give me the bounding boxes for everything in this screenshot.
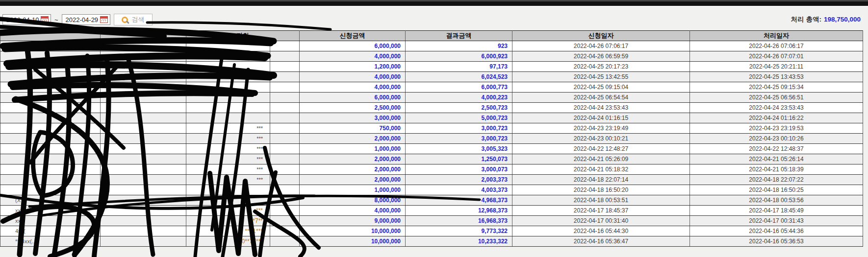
table-row: 2,500,000 2,500,723 2022-04-24 23:53:43 … — [0, 103, 863, 113]
result-amount-cell: 10,233,322 — [406, 236, 512, 247]
phone-extra-cell — [270, 164, 300, 175]
process-date-cell: 2022-04-25 09:15:34 — [690, 82, 863, 93]
phone-extra-cell — [270, 206, 300, 216]
phone-extra-cell — [270, 113, 300, 123]
header-redacted-2 — [101, 31, 186, 41]
process-date-cell: 2022-04-21 05:18:39 — [690, 164, 863, 175]
request-date-cell: 2022-04-24 01:16:15 — [512, 113, 690, 123]
table-row: 4,000,000 6,024,523 2022-04-25 13:42:55 … — [0, 72, 863, 82]
redacted-cell-1: xx( — [0, 216, 101, 226]
table-header-row: 전화 신청금액 결과금액 신청일자 처리일자 — [0, 31, 863, 41]
search-button[interactable]: 검색 — [114, 14, 153, 25]
phone-extra-cell — [270, 185, 300, 195]
table-body: 6,000,000 923 2022-04-26 07:06:17 2022-0… — [0, 41, 863, 247]
result-amount-cell: 9,773,322 — [406, 226, 512, 236]
calendar-icon[interactable] — [100, 16, 108, 23]
process-date-cell: 2022-04-18 22:07:22 — [690, 175, 863, 185]
phone-cell: *** — [186, 206, 270, 216]
result-amount-cell: 3,005,323 — [406, 144, 512, 154]
redacted-cell-1 — [0, 93, 101, 103]
date-to-value: 2022-04-29 — [66, 16, 99, 23]
redacted-cell-2 — [101, 154, 186, 164]
redacted-cell-2 — [101, 41, 186, 51]
request-date-cell: 2022-04-23 23:19:49 — [512, 123, 690, 134]
phone-cell — [186, 41, 270, 51]
redacted-cell-1 — [0, 103, 101, 113]
redacted-cell-2 — [101, 195, 186, 206]
phone-cell — [186, 103, 270, 113]
table-row: ***4xx(...) 0**77*** 10,000,000 10,233,3… — [0, 236, 863, 247]
redacted-cell-1 — [0, 82, 101, 93]
redacted-cell-1 — [0, 51, 101, 62]
request-amount-cell: 4,000,000 — [300, 82, 406, 93]
redacted-cell-2 — [101, 226, 186, 236]
phone-extra-cell — [270, 123, 300, 134]
redacted-cell-1 — [0, 144, 101, 154]
search-button-label: 검색 — [132, 15, 145, 24]
phone-extra-cell — [270, 195, 300, 206]
request-date-cell: 2022-04-24 23:53:43 — [512, 103, 690, 113]
request-amount-cell: 4,000,000 — [300, 72, 406, 82]
processed-total: 처리 총액:198,750,000 — [791, 15, 861, 24]
phone-extra-cell — [270, 41, 300, 51]
process-date-cell: 2022-04-23 00:10:26 — [690, 134, 863, 144]
request-amount-cell: 6,000,000 — [300, 41, 406, 51]
table-row: 1,200,000 97,173 2022-04-25 20:17:23 202… — [0, 62, 863, 72]
process-date-cell: 2022-04-22 12:48:37 — [690, 144, 863, 154]
redacted-cell-1 — [0, 62, 101, 72]
request-date-cell: 2022-04-26 06:59:59 — [512, 51, 690, 62]
phone-cell: *** — [186, 154, 270, 164]
date-from-value: 2022-04-10 — [6, 16, 39, 23]
process-date-cell: 2022-04-23 23:19:53 — [690, 123, 863, 134]
request-date-cell: 2022-04-25 09:15:04 — [512, 82, 690, 93]
result-amount-cell: 3,000,723 — [406, 123, 512, 134]
process-date-cell: 2022-04-17 00:31:43 — [690, 216, 863, 226]
result-amount-cell: 97,173 — [406, 62, 512, 72]
phone-cell — [186, 72, 270, 82]
table-row: 6,000,000 923 2022-04-26 07:06:17 2022-0… — [0, 41, 863, 51]
phone-extra-cell — [270, 51, 300, 62]
result-amount-cell: 6,024,523 — [406, 72, 512, 82]
request-amount-cell: 4,000,000 — [300, 51, 406, 62]
request-date-cell: 2022-04-18 22:07:14 — [512, 175, 690, 185]
table-row: *** 2,000,000 1,250,073 2022-04-21 05:26… — [0, 154, 863, 164]
result-amount-cell: 16,968,373 — [406, 216, 512, 226]
calendar-icon[interactable] — [41, 16, 49, 23]
phone-cell — [186, 62, 270, 72]
redacted-cell-1: 4xx( — [0, 226, 101, 236]
redacted-cell-2 — [101, 82, 186, 93]
phone-cell: *** — [186, 123, 270, 134]
request-amount-cell: 6,000,000 — [300, 93, 406, 103]
result-amount-cell: 12,968,373 — [406, 206, 512, 216]
request-amount-cell: 2,000,000 — [300, 175, 406, 185]
phone-cell: *** — [186, 144, 270, 154]
request-amount-cell: 750,000 — [300, 123, 406, 134]
request-date-cell: 2022-04-25 20:17:23 — [512, 62, 690, 72]
process-date-cell: 2022-04-25 13:43:53 — [690, 72, 863, 82]
result-amount-cell: 3,000,723 — [406, 134, 512, 144]
date-to-input[interactable]: 2022-04-29 — [62, 14, 110, 25]
result-amount-cell: 923 — [406, 41, 512, 51]
table-row: 3,000,000 5,000,723 2022-04-24 01:16:15 … — [0, 113, 863, 123]
process-date-cell: 2022-04-26 07:06:17 — [690, 41, 863, 51]
phone-extra-cell — [270, 144, 300, 154]
phone-cell: *** — [186, 164, 270, 175]
header-phone: 전화 — [186, 31, 300, 41]
redacted-cell-2 — [101, 113, 186, 123]
request-date-cell: 2022-04-21 05:18:32 — [512, 164, 690, 175]
request-amount-cell: 2,000,000 — [300, 134, 406, 144]
phone-cell — [186, 51, 270, 62]
result-amount-cell: 2,003,373 — [406, 175, 512, 185]
redacted-cell-2 — [101, 134, 186, 144]
table-row: 1,000,000 4,003,373 2022-04-18 16:50:20 … — [0, 185, 863, 195]
phone-cell: 0**77*** — [186, 236, 270, 247]
request-amount-cell: 10,000,000 — [300, 236, 406, 247]
redacted-cell-1: ***4xx(...) — [0, 236, 101, 247]
date-from-input[interactable]: 2022-04-10 — [2, 14, 51, 25]
request-date-cell: 2022-04-21 05:26:09 — [512, 154, 690, 164]
redacted-cell-1 — [0, 134, 101, 144]
table-row: xx( **7** 9,000,000 16,968,373 2022-04-1… — [0, 216, 863, 226]
redacted-cell-2 — [101, 51, 186, 62]
request-date-cell: 2022-04-17 18:45:37 — [512, 206, 690, 216]
header-request-date: 신청일자 — [512, 31, 690, 41]
